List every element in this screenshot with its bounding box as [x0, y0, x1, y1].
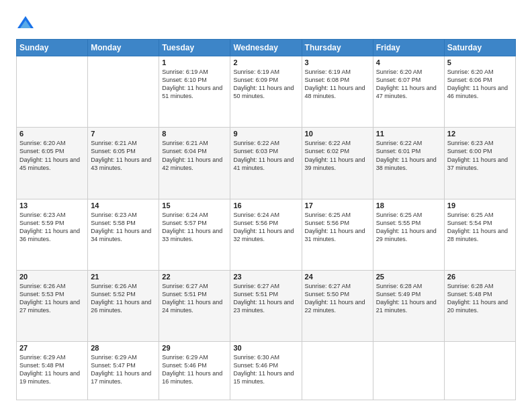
header	[16, 13, 516, 32]
cell-content: Sunrise: 6:25 AM Sunset: 5:56 PM Dayligh…	[305, 211, 370, 244]
cell-content: Sunrise: 6:20 AM Sunset: 6:05 PM Dayligh…	[19, 139, 85, 172]
calendar-cell: 22Sunrise: 6:27 AM Sunset: 5:51 PM Dayli…	[159, 270, 230, 341]
day-number: 24	[305, 273, 370, 281]
calendar-table: SundayMondayTuesdayWednesdayThursdayFrid…	[16, 39, 516, 400]
day-number: 27	[19, 344, 85, 352]
cell-content: Sunrise: 6:21 AM Sunset: 6:04 PM Dayligh…	[162, 139, 227, 172]
day-number: 3	[305, 58, 370, 66]
logo-icon	[16, 13, 35, 32]
header-row: SundayMondayTuesdayWednesdayThursdayFrid…	[17, 40, 516, 56]
calendar-cell: 5Sunrise: 6:20 AM Sunset: 6:06 PM Daylig…	[444, 56, 515, 128]
calendar-cell	[88, 56, 159, 128]
week-row-4: 20Sunrise: 6:26 AM Sunset: 5:53 PM Dayli…	[17, 270, 516, 341]
calendar-cell: 12Sunrise: 6:23 AM Sunset: 6:00 PM Dayli…	[444, 128, 515, 199]
col-header-sunday: Sunday	[17, 40, 88, 56]
cell-content: Sunrise: 6:19 AM Sunset: 6:08 PM Dayligh…	[305, 68, 370, 101]
day-number: 19	[447, 201, 513, 210]
day-number: 5	[447, 58, 513, 66]
day-number: 2	[233, 58, 298, 66]
day-number: 14	[91, 201, 156, 210]
calendar-cell: 19Sunrise: 6:25 AM Sunset: 5:54 PM Dayli…	[444, 199, 515, 270]
cell-content: Sunrise: 6:24 AM Sunset: 5:57 PM Dayligh…	[162, 211, 227, 244]
cell-content: Sunrise: 6:28 AM Sunset: 5:49 PM Dayligh…	[376, 282, 441, 315]
cell-content: Sunrise: 6:22 AM Sunset: 6:03 PM Dayligh…	[233, 139, 298, 172]
day-number: 23	[233, 273, 298, 281]
cell-content: Sunrise: 6:27 AM Sunset: 5:51 PM Dayligh…	[233, 282, 298, 315]
col-header-saturday: Saturday	[444, 40, 515, 56]
cell-content: Sunrise: 6:24 AM Sunset: 5:56 PM Dayligh…	[233, 211, 298, 244]
cell-content: Sunrise: 6:25 AM Sunset: 5:54 PM Dayligh…	[447, 211, 513, 244]
calendar-cell: 16Sunrise: 6:24 AM Sunset: 5:56 PM Dayli…	[230, 199, 302, 270]
calendar-cell: 24Sunrise: 6:27 AM Sunset: 5:50 PM Dayli…	[302, 270, 373, 341]
day-number: 16	[233, 201, 298, 210]
day-number: 1	[162, 58, 227, 66]
calendar-cell: 10Sunrise: 6:22 AM Sunset: 6:02 PM Dayli…	[302, 128, 373, 199]
calendar-cell: 18Sunrise: 6:25 AM Sunset: 5:55 PM Dayli…	[373, 199, 444, 270]
week-row-1: 1Sunrise: 6:19 AM Sunset: 6:10 PM Daylig…	[17, 56, 516, 128]
day-number: 11	[376, 130, 441, 138]
cell-content: Sunrise: 6:25 AM Sunset: 5:55 PM Dayligh…	[376, 211, 441, 244]
calendar-cell: 29Sunrise: 6:29 AM Sunset: 5:46 PM Dayli…	[159, 342, 230, 400]
page: SundayMondayTuesdayWednesdayThursdayFrid…	[0, 0, 532, 411]
week-row-3: 13Sunrise: 6:23 AM Sunset: 5:59 PM Dayli…	[17, 199, 516, 270]
cell-content: Sunrise: 6:29 AM Sunset: 5:47 PM Dayligh…	[91, 353, 156, 386]
day-number: 12	[447, 130, 513, 138]
cell-content: Sunrise: 6:26 AM Sunset: 5:52 PM Dayligh…	[91, 282, 156, 315]
cell-content: Sunrise: 6:26 AM Sunset: 5:53 PM Dayligh…	[19, 282, 85, 315]
calendar-cell: 1Sunrise: 6:19 AM Sunset: 6:10 PM Daylig…	[159, 56, 230, 128]
calendar-cell: 21Sunrise: 6:26 AM Sunset: 5:52 PM Dayli…	[88, 270, 159, 341]
calendar-cell: 15Sunrise: 6:24 AM Sunset: 5:57 PM Dayli…	[159, 199, 230, 270]
col-header-tuesday: Tuesday	[159, 40, 230, 56]
calendar-cell: 13Sunrise: 6:23 AM Sunset: 5:59 PM Dayli…	[17, 199, 88, 270]
calendar-cell: 23Sunrise: 6:27 AM Sunset: 5:51 PM Dayli…	[230, 270, 302, 341]
calendar-cell: 6Sunrise: 6:20 AM Sunset: 6:05 PM Daylig…	[17, 128, 88, 199]
day-number: 9	[233, 130, 298, 138]
calendar-cell: 25Sunrise: 6:28 AM Sunset: 5:49 PM Dayli…	[373, 270, 444, 341]
cell-content: Sunrise: 6:23 AM Sunset: 5:58 PM Dayligh…	[91, 211, 156, 244]
calendar-cell: 20Sunrise: 6:26 AM Sunset: 5:53 PM Dayli…	[17, 270, 88, 341]
calendar-cell	[444, 342, 515, 400]
col-header-friday: Friday	[373, 40, 444, 56]
day-number: 28	[91, 344, 156, 352]
col-header-thursday: Thursday	[302, 40, 373, 56]
calendar-cell	[373, 342, 444, 400]
day-number: 25	[376, 273, 441, 281]
day-number: 13	[19, 201, 85, 210]
calendar-cell: 8Sunrise: 6:21 AM Sunset: 6:04 PM Daylig…	[159, 128, 230, 199]
day-number: 26	[447, 273, 513, 281]
cell-content: Sunrise: 6:21 AM Sunset: 6:05 PM Dayligh…	[91, 139, 156, 172]
cell-content: Sunrise: 6:27 AM Sunset: 5:51 PM Dayligh…	[162, 282, 227, 315]
cell-content: Sunrise: 6:28 AM Sunset: 5:48 PM Dayligh…	[447, 282, 513, 315]
cell-content: Sunrise: 6:20 AM Sunset: 6:06 PM Dayligh…	[447, 68, 513, 101]
calendar-cell: 4Sunrise: 6:20 AM Sunset: 6:07 PM Daylig…	[373, 56, 444, 128]
day-number: 6	[19, 130, 85, 138]
calendar-cell: 14Sunrise: 6:23 AM Sunset: 5:58 PM Dayli…	[88, 199, 159, 270]
cell-content: Sunrise: 6:19 AM Sunset: 6:09 PM Dayligh…	[233, 68, 298, 101]
cell-content: Sunrise: 6:30 AM Sunset: 5:46 PM Dayligh…	[233, 353, 298, 386]
calendar-cell: 17Sunrise: 6:25 AM Sunset: 5:56 PM Dayli…	[302, 199, 373, 270]
cell-content: Sunrise: 6:20 AM Sunset: 6:07 PM Dayligh…	[376, 68, 441, 101]
day-number: 4	[376, 58, 441, 66]
day-number: 22	[162, 273, 227, 281]
calendar-cell: 7Sunrise: 6:21 AM Sunset: 6:05 PM Daylig…	[88, 128, 159, 199]
col-header-wednesday: Wednesday	[230, 40, 302, 56]
day-number: 21	[91, 273, 156, 281]
week-row-5: 27Sunrise: 6:29 AM Sunset: 5:48 PM Dayli…	[17, 342, 516, 400]
calendar-cell: 26Sunrise: 6:28 AM Sunset: 5:48 PM Dayli…	[444, 270, 515, 341]
day-number: 29	[162, 344, 227, 352]
calendar-cell: 27Sunrise: 6:29 AM Sunset: 5:48 PM Dayli…	[17, 342, 88, 400]
day-number: 17	[305, 201, 370, 210]
cell-content: Sunrise: 6:22 AM Sunset: 6:01 PM Dayligh…	[376, 139, 441, 172]
day-number: 30	[233, 344, 298, 352]
calendar-cell: 28Sunrise: 6:29 AM Sunset: 5:47 PM Dayli…	[88, 342, 159, 400]
cell-content: Sunrise: 6:27 AM Sunset: 5:50 PM Dayligh…	[305, 282, 370, 315]
day-number: 7	[91, 130, 156, 138]
cell-content: Sunrise: 6:23 AM Sunset: 5:59 PM Dayligh…	[19, 211, 85, 244]
day-number: 18	[376, 201, 441, 210]
cell-content: Sunrise: 6:22 AM Sunset: 6:02 PM Dayligh…	[305, 139, 370, 172]
col-header-monday: Monday	[88, 40, 159, 56]
week-row-2: 6Sunrise: 6:20 AM Sunset: 6:05 PM Daylig…	[17, 128, 516, 199]
calendar-cell	[302, 342, 373, 400]
cell-content: Sunrise: 6:29 AM Sunset: 5:46 PM Dayligh…	[162, 353, 227, 386]
calendar-cell: 2Sunrise: 6:19 AM Sunset: 6:09 PM Daylig…	[230, 56, 302, 128]
